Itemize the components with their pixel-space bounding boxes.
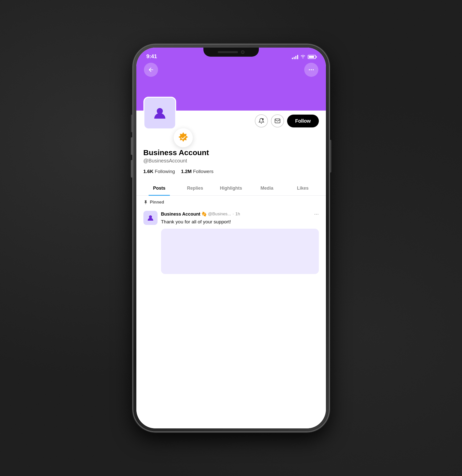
svg-point-2 [313,69,314,70]
verified-badge-popup [174,128,193,147]
post-menu-button[interactable]: ··· [314,211,319,217]
phone-screen: 9:41 [136,48,326,428]
signal-icon [292,55,298,59]
tab-replies[interactable]: Replies [177,181,213,195]
speaker [218,51,238,53]
avatar-container [143,97,176,129]
profile-stats: 1.6K Following 1.2M Followers [143,169,319,174]
table-row: Business Account @Busines... · 1h ··· Th… [136,208,326,277]
tab-media[interactable]: Media [249,181,285,195]
more-options-button[interactable] [304,63,318,77]
message-button[interactable] [271,114,284,127]
notification-button[interactable]: + [255,114,268,127]
phone-mockup: 9:41 [133,44,329,432]
profile-info: Business Account @BusinessAccount 1.6K F… [143,148,319,174]
svg-text:+: + [262,119,263,120]
camera [241,50,244,54]
post-time: 1h [235,212,240,217]
post-verified-icon [202,212,206,216]
profile-name: Business Account [143,148,266,157]
status-icons [292,54,316,60]
follow-button[interactable]: Follow [287,115,319,127]
pinned-text: Pinned [150,200,164,205]
posts-area: Pinned Business Account [136,196,326,428]
post-header: Business Account @Busines... · 1h ··· [161,211,319,217]
status-time: 9:41 [146,53,157,60]
tab-likes[interactable]: Likes [285,181,321,195]
battery-icon [308,55,316,59]
post-image [161,229,319,274]
tab-highlights[interactable]: Highlights [213,181,249,195]
pinned-label: Pinned [136,196,326,208]
profile-handle: @BusinessAccount [143,158,319,164]
following-stat: 1.6K Following [143,169,175,174]
followers-stat: 1.2M Followers [181,169,213,174]
post-avatar [143,211,158,225]
post-text: Thank you for all of your support! [161,218,319,226]
svg-point-1 [311,69,312,70]
wifi-icon [300,54,306,60]
post-handle: @Busines... [208,212,231,217]
header-nav [136,63,326,77]
back-button[interactable] [144,63,158,77]
action-buttons: + Follow [255,114,319,127]
notch [203,48,259,57]
avatar [143,97,176,129]
tabs-container: Posts Replies Highlights Media Likes [136,181,326,196]
svg-point-0 [309,69,310,70]
post-author: Business Account [161,212,200,217]
tab-posts[interactable]: Posts [141,181,177,195]
post-content: Business Account @Busines... · 1h ··· Th… [161,211,319,274]
post-separator: · [233,212,234,217]
